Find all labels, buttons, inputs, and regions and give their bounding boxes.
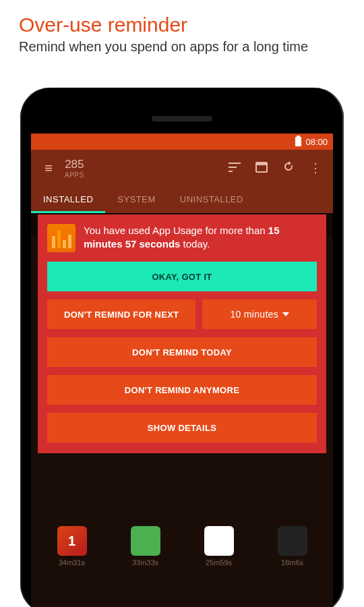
app-count-label: APPS	[65, 171, 84, 179]
app-icon	[278, 526, 307, 556]
sort-icon[interactable]	[221, 161, 248, 175]
dialog-header: You have used App Usage for more than 15…	[47, 224, 317, 252]
duration-dropdown[interactable]: 10 minutes	[202, 299, 317, 329]
app-grid: 34m31s 33m33s 25m59s 18m6s	[31, 519, 333, 573]
refresh-icon[interactable]	[275, 161, 302, 176]
app-cell[interactable]: 18m6s	[257, 523, 328, 569]
show-details-button[interactable]: SHOW DETAILS	[47, 413, 317, 442]
reminder-dialog: You have used App Usage for more than 15…	[38, 214, 326, 453]
ok-button[interactable]: OKAY, GOT IT	[47, 262, 317, 291]
tab-system[interactable]: SYSTEM	[105, 186, 167, 213]
app-cell[interactable]: 25m59s	[183, 523, 254, 569]
dont-remind-next-button[interactable]: DON'T REMIND FOR NEXT	[47, 299, 195, 329]
app-icon	[204, 526, 234, 556]
tab-uninstalled[interactable]: UNINSTALLED	[168, 186, 255, 213]
app-count[interactable]: 285 APPS	[65, 158, 84, 179]
app-time: 34m31s	[59, 558, 85, 567]
more-icon[interactable]: ⋮	[302, 161, 329, 175]
dont-remind-today-button[interactable]: DON'T REMIND TODAY	[47, 337, 317, 367]
phone-speaker	[152, 116, 212, 121]
app-time: 18m6s	[281, 558, 303, 567]
chevron-down-icon	[282, 312, 289, 316]
tab-installed[interactable]: INSTALLED	[31, 186, 105, 213]
tab-bar: INSTALLED SYSTEM UNINSTALLED	[31, 186, 333, 213]
dont-remind-anymore-button[interactable]: DON'T REMIND ANYMORE	[47, 375, 317, 405]
app-time: 25m59s	[206, 558, 232, 567]
app-usage-icon	[47, 224, 75, 252]
app-icon	[57, 526, 87, 556]
svg-rect-1	[256, 163, 267, 165]
app-bar: ≡ 285 APPS ⋮ INSTALLED SYSTE	[31, 150, 333, 213]
app-time: 33m33s	[132, 558, 158, 567]
phone-frame: 08:00 ≡ 285 APPS ⋮	[20, 88, 344, 607]
calendar-icon[interactable]	[248, 161, 275, 176]
battery-icon	[295, 137, 301, 146]
app-cell[interactable]: 34m31s	[36, 523, 107, 569]
app-icon	[131, 526, 160, 556]
menu-icon[interactable]: ≡	[35, 161, 62, 176]
promo-title: Over-use reminder	[0, 0, 364, 38]
status-bar: 08:00	[31, 134, 333, 150]
promo-subtitle: Remind when you spend on apps for a long…	[0, 38, 364, 61]
app-count-number: 285	[65, 158, 84, 171]
screen: 08:00 ≡ 285 APPS ⋮	[31, 134, 333, 607]
app-cell[interactable]: 33m33s	[110, 523, 181, 569]
status-time: 08:00	[305, 137, 328, 147]
dialog-message: You have used App Usage for more than 15…	[84, 224, 317, 252]
